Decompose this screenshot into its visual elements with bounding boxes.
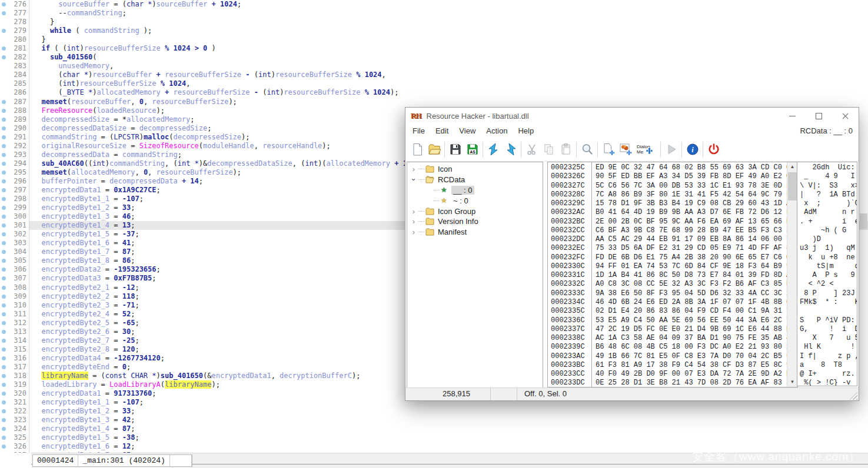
- chevron-right-icon[interactable]: ›: [410, 218, 418, 225]
- hex-address: 000232EC: [551, 244, 591, 253]
- chevron-right-icon[interactable]: ›: [410, 165, 418, 173]
- hex-address: 0002328C: [551, 190, 591, 199]
- info-button[interactable]: i: [684, 141, 701, 158]
- hex-bytes-row[interactable]: AC 1A C3 58 AE 04 09 37 BA D1 90 75 FE 3…: [596, 334, 787, 343]
- hex-bytes-row[interactable]: B0 41 64 4D 19 B9 9B AA A3 D7 6E FB 72 D…: [596, 208, 787, 217]
- code-line[interactable]: 287 memset(resourceBuffer, 0, resourceBu…: [0, 98, 868, 106]
- hex-bytes-row[interactable]: 02 D1 E4 20 86 83 86 04 F9 CD F4 00 C1 9…: [596, 307, 787, 316]
- info-icon: i: [686, 143, 699, 156]
- minimize-button[interactable]: [779, 108, 806, 124]
- hex-bytes-row[interactable]: 46 4D 6B 24 E6 ED 2A 8B 3A 1F 07 07 1F 4…: [596, 298, 787, 307]
- add-image-button[interactable]: [617, 141, 634, 158]
- ida-scrollbar-thumb[interactable]: [860, 213, 867, 229]
- tree-item-manifest[interactable]: ›Manifest: [407, 227, 543, 238]
- code-line[interactable]: 282 sub_401560(: [0, 53, 868, 62]
- add-resource-button[interactable]: [600, 141, 617, 158]
- hex-bytes-row[interactable]: 49 1B 66 7C 81 E5 0F C8 E3 7A D0 70 04 2…: [596, 352, 787, 361]
- hex-bytes-row[interactable]: A0 C8 3C 08 CC 5E 32 A3 3C F3 F2 B6 AF C…: [596, 280, 787, 289]
- tree-item-icon-group[interactable]: ›Icon Group: [407, 206, 543, 216]
- tree-item-icon[interactable]: ›Icon: [407, 164, 543, 175]
- run-script-button[interactable]: [663, 141, 680, 158]
- menu-item-file[interactable]: File: [407, 126, 430, 135]
- cut-button[interactable]: [523, 141, 540, 158]
- code-line[interactable]: 277 --commandString;: [0, 9, 868, 18]
- hex-bytes-row[interactable]: 75 33 D5 6A DF E2 31 29 CD 05 E9 71 4D F…: [596, 244, 787, 253]
- scroll-up-arrow-icon[interactable]: ▲: [787, 162, 797, 172]
- hex-bytes-column[interactable]: ED 9E 0C 32 47 64 68 02 B8 55 69 63 3A C…: [592, 162, 787, 387]
- hex-bytes-row[interactable]: 1D 1A B4 41 86 8C 50 D8 73 E7 84 01 39 F…: [596, 271, 787, 280]
- hex-bytes-row[interactable]: FD DE 6B D6 E1 75 A4 2B 38 20 90 6E 65 E…: [596, 253, 787, 262]
- hex-bytes-row[interactable]: 47 2C 19 D5 FC 0E E0 21 D4 9B 69 1C E6 4…: [596, 325, 787, 334]
- hex-bytes-row[interactable]: 9A 38 E6 50 8F F3 95 04 5D D6 32 33 4A C…: [596, 289, 787, 298]
- hex-bytes-row[interactable]: 0E 25 28 D1 3E B8 21 43 7D 08 2D 76 EA A…: [596, 379, 787, 387]
- add-dialog-menu-button[interactable]: DialogMe: [634, 141, 659, 158]
- save-as-button[interactable]: AS: [464, 141, 481, 158]
- new-file-button[interactable]: [408, 141, 425, 158]
- code-line[interactable]: 278 }: [0, 18, 868, 26]
- code-line[interactable]: 279 while ( commandString );: [0, 26, 868, 35]
- chevron-right-icon[interactable]: ›: [410, 228, 418, 236]
- code-line[interactable]: 276 sourceBuffer = (char *)sourceBuffer …: [0, 0, 868, 9]
- hex-bytes-row[interactable]: 2E 00 2B 0C BF 95 9C AA F6 EA 69 AF 13 6…: [596, 218, 787, 226]
- exit-button[interactable]: [705, 141, 722, 158]
- tree-item-version-info[interactable]: ›Version Info: [407, 216, 543, 227]
- gutter-cell: [0, 168, 8, 177]
- hex-bytes-row[interactable]: AA C5 AC 29 44 EB 91 17 09 EB 8A 86 14 0…: [596, 235, 787, 244]
- chevron-right-icon[interactable]: ›: [410, 208, 418, 215]
- code-line[interactable]: 280 }: [0, 35, 868, 44]
- code-line[interactable]: 284 (char *)resourceBuffer + resourceBuf…: [0, 71, 868, 79]
- code-line[interactable]: 322 encryptedByte1_2 = 33;: [0, 407, 868, 416]
- tree-item-rcdata[interactable]: ›RCData: [407, 175, 543, 185]
- scroll-down-arrow-icon[interactable]: ▼: [787, 377, 797, 387]
- close-button[interactable]: [832, 108, 859, 124]
- hex-bytes-row[interactable]: 40 F0 49 2B D0 9F 00 07 E3 DA 72 7A 2E 9…: [596, 370, 787, 379]
- paste-button[interactable]: [557, 141, 574, 158]
- hex-bytes-row[interactable]: 5C C6 56 7C 3A 00 DB 53 33 1C E1 93 78 3…: [596, 182, 787, 190]
- hex-bytes-row[interactable]: 7C A8 86 B9 3F 80 1E 31 41 F5 42 54 64 9…: [596, 190, 787, 199]
- hex-bytes-row[interactable]: 90 5F ED BB EF A3 34 D5 39 FB 8D EF 49 A…: [596, 172, 787, 181]
- tree-item-0[interactable]: ★~ : 0: [407, 195, 543, 206]
- gutter-cell: [0, 336, 8, 345]
- hex-bytes-row[interactable]: C6 BF A3 9B C8 7E 68 99 28 B9 47 EE B5 F…: [596, 226, 787, 235]
- code-line[interactable]: 325 encryptedByte1_5 = -38;: [0, 433, 868, 442]
- maximize-button[interactable]: [806, 108, 832, 124]
- app-icon: RH: [411, 111, 421, 121]
- code-line[interactable]: 285 (int)resourceBufferSize % 1024,: [0, 79, 868, 88]
- redo-arrow-button[interactable]: [502, 141, 519, 158]
- code-line[interactable]: 283 unusedMemory,: [0, 62, 868, 71]
- find-button[interactable]: [578, 141, 596, 158]
- scrollbar-thumb[interactable]: [788, 172, 797, 200]
- resize-grip[interactable]: [849, 392, 857, 400]
- hex-scrollbar[interactable]: ▲ ▼: [787, 162, 797, 387]
- code-line[interactable]: 281 if ( (int)resourceBufferSize % 1024 …: [0, 44, 868, 53]
- line-number: 298: [8, 195, 29, 203]
- title-bar[interactable]: RH Resource Hacker - libartual.dll: [405, 108, 859, 124]
- menu-item-view[interactable]: View: [454, 126, 481, 135]
- tree-item-0[interactable]: ★__ : 0: [407, 185, 543, 196]
- code-line[interactable]: 323 encryptedByte1_3 = 42;: [0, 416, 868, 424]
- hex-address: 0002334C: [551, 298, 591, 307]
- menu-item-action[interactable]: Action: [481, 126, 513, 135]
- line-number: 325: [8, 433, 29, 442]
- copy-button[interactable]: [540, 141, 557, 158]
- hex-bytes-row[interactable]: 94 FF 01 EA 74 53 7C 6D 84 CF 9E 18 F3 6…: [596, 262, 787, 271]
- hex-bytes-row[interactable]: 53 E5 A9 C4 50 AA 5E 69 56 EE 50 44 3A E…: [596, 316, 787, 325]
- gutter-cell: [0, 0, 8, 9]
- ascii-row: AdM n r: [800, 208, 857, 217]
- code-line[interactable]: 286 (_BYTE *)allocatedMemory + resourceB…: [0, 88, 868, 97]
- save-button[interactable]: [447, 141, 464, 158]
- menu-item-help[interactable]: Help: [513, 126, 539, 135]
- undo-arrow-button[interactable]: [485, 141, 502, 158]
- hex-bytes-row[interactable]: 15 78 D1 9F 3B B3 B4 19 C9 08 CB 29 60 4…: [596, 199, 787, 208]
- menu-item-edit[interactable]: Edit: [430, 126, 454, 135]
- line-number: 300: [8, 212, 29, 221]
- hex-bytes-row[interactable]: 61 F3 81 A9 17 38 F9 C4 54 38 CF D3 87 E…: [596, 361, 787, 370]
- hex-bytes-row[interactable]: ED 9E 0C 32 47 64 68 02 B8 55 69 63 3A C…: [596, 163, 787, 172]
- saveas-icon: AS: [466, 143, 479, 156]
- code-line[interactable]: 324 encryptedByte1_4 = 87;: [0, 424, 868, 433]
- ascii-column[interactable]: 2Gdh Uic: _ 4 9 I \ V|: S3 x> Z| ? 1A BT…: [797, 162, 857, 386]
- chevron-down-icon[interactable]: ›: [410, 176, 418, 184]
- hex-address: 000232DC: [551, 235, 591, 244]
- open-file-button[interactable]: [425, 141, 443, 158]
- hex-bytes-row[interactable]: B6 48 6C 08 4B C5 18 00 F3 DC A0 E2 21 9…: [596, 343, 787, 352]
